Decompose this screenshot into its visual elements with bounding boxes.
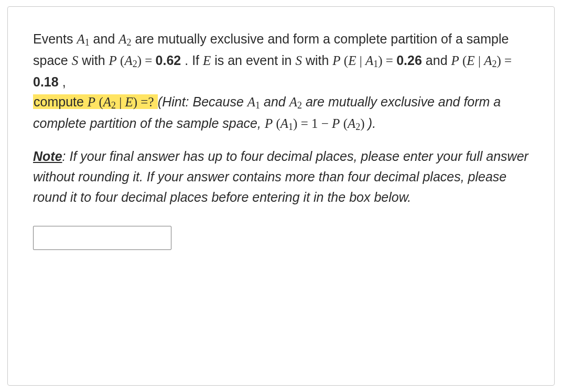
text: ,	[62, 74, 66, 89]
question-card: Events A1 and A2 are mutually exclusive …	[7, 6, 555, 386]
text: compute	[34, 94, 88, 109]
math-P-A2-given-E: P (A2 | E) =?	[88, 95, 157, 109]
math-P-E-given-A2: P (E | A2) =	[451, 53, 512, 68]
text: is an event in	[214, 53, 295, 68]
math-A1: A1	[77, 32, 89, 46]
math-P-E-given-A1: P (E | A1) =	[332, 53, 396, 68]
answer-input[interactable]	[33, 226, 171, 250]
math-E: E	[203, 53, 211, 68]
math-P-A2: P (A2) =	[109, 53, 156, 68]
question-text: Events A1 and A2 are mutually exclusive …	[33, 29, 529, 135]
text: with	[82, 53, 109, 68]
value-P-E-given-A2: 0.18	[33, 74, 59, 89]
hint-close: ).	[368, 116, 376, 130]
text: Events	[33, 31, 77, 46]
text: with	[306, 53, 332, 68]
highlighted-question: compute P (A2 | E) =?	[33, 94, 158, 109]
note-text: Note: If your final answer has up to fou…	[33, 146, 529, 207]
note-label: Note	[33, 149, 62, 164]
text: and	[93, 31, 119, 46]
value-P-E-given-A1: 0.26	[396, 53, 422, 68]
note-body: : If your final answer has up to four de…	[33, 149, 528, 204]
math-S: S	[295, 53, 302, 68]
math-A2: A2	[118, 32, 131, 46]
value-P-A2: 0.62	[156, 53, 181, 68]
page: Events A1 and A2 are mutually exclusive …	[0, 0, 562, 392]
math-P-A1-eq: P (A1) = 1 − P (A2)	[265, 116, 368, 130]
text: . If	[185, 53, 203, 68]
math-S: S	[72, 53, 79, 68]
text: and	[426, 53, 451, 68]
